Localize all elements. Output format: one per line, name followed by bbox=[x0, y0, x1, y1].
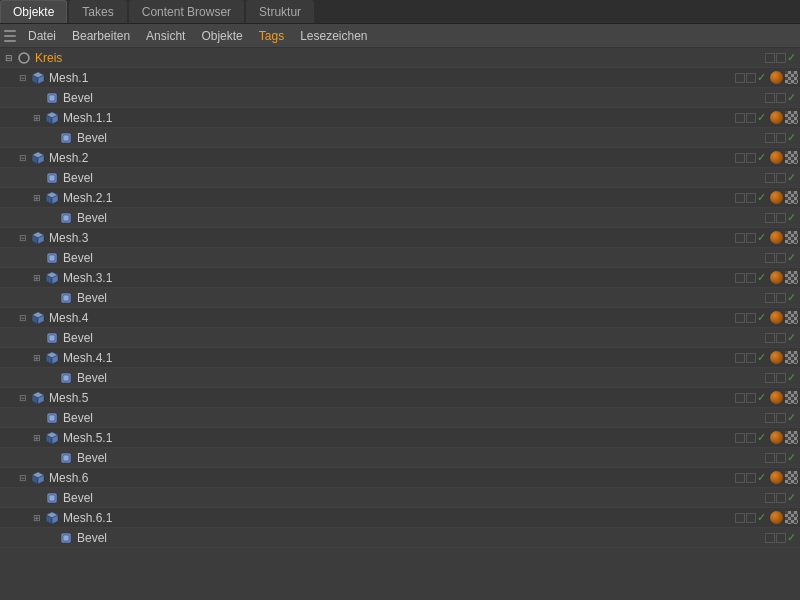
check-icon-1[interactable] bbox=[735, 193, 745, 203]
tree-row[interactable]: ⊞ Mesh.4.1✓ bbox=[0, 348, 800, 368]
check-icon-2[interactable] bbox=[746, 313, 756, 323]
menu-bearbeiten[interactable]: Bearbeiten bbox=[64, 26, 138, 46]
tab-objekte[interactable]: Objekte bbox=[0, 0, 67, 23]
tab-takes[interactable]: Takes bbox=[69, 0, 126, 23]
phong-tag-icon[interactable] bbox=[770, 431, 783, 444]
menu-tags[interactable]: Tags bbox=[251, 26, 292, 46]
check-icon-1[interactable] bbox=[735, 313, 745, 323]
check-icon-2[interactable] bbox=[746, 233, 756, 243]
check-icon-2[interactable] bbox=[746, 473, 756, 483]
texture-tag-icon[interactable] bbox=[785, 511, 798, 524]
check-icon-2[interactable] bbox=[776, 413, 786, 423]
expand-button[interactable]: ⊟ bbox=[2, 51, 16, 65]
check-icon-1[interactable] bbox=[765, 333, 775, 343]
check-icon-2[interactable] bbox=[776, 133, 786, 143]
texture-tag-icon[interactable] bbox=[785, 191, 798, 204]
tree-row[interactable]: ⊞ Mesh.6.1✓ bbox=[0, 508, 800, 528]
check-icon-1[interactable] bbox=[765, 493, 775, 503]
check-icon-2[interactable] bbox=[746, 433, 756, 443]
phong-tag-icon[interactable] bbox=[770, 71, 783, 84]
check-icon-2[interactable] bbox=[776, 293, 786, 303]
expand-button[interactable]: ⊞ bbox=[30, 271, 44, 285]
expand-button[interactable]: ⊞ bbox=[30, 351, 44, 365]
phong-tag-icon[interactable] bbox=[770, 391, 783, 404]
menu-ansicht[interactable]: Ansicht bbox=[138, 26, 193, 46]
expand-button[interactable]: ⊞ bbox=[30, 191, 44, 205]
check-icon-2[interactable] bbox=[776, 453, 786, 463]
expand-button[interactable] bbox=[44, 451, 58, 465]
expand-button[interactable]: ⊞ bbox=[30, 111, 44, 125]
tree-row[interactable]: Bevel✓ bbox=[0, 208, 800, 228]
expand-button[interactable]: ⊟ bbox=[16, 71, 30, 85]
check-icon-1[interactable] bbox=[735, 113, 745, 123]
tree-row[interactable]: ⊞ Mesh.2.1✓ bbox=[0, 188, 800, 208]
tree-row[interactable]: ⊟ Mesh.2✓ bbox=[0, 148, 800, 168]
check-icon-2[interactable] bbox=[776, 213, 786, 223]
check-icon-1[interactable] bbox=[765, 173, 775, 183]
expand-button[interactable] bbox=[44, 131, 58, 145]
phong-tag-icon[interactable] bbox=[770, 271, 783, 284]
texture-tag-icon[interactable] bbox=[785, 311, 798, 324]
phong-tag-icon[interactable] bbox=[770, 471, 783, 484]
check-icon-2[interactable] bbox=[746, 273, 756, 283]
check-icon-2[interactable] bbox=[776, 173, 786, 183]
texture-tag-icon[interactable] bbox=[785, 351, 798, 364]
check-icon-1[interactable] bbox=[735, 513, 745, 523]
check-icon-1[interactable] bbox=[735, 473, 745, 483]
check-icon-1[interactable] bbox=[735, 233, 745, 243]
tree-row[interactable]: ⊟ Mesh.3✓ bbox=[0, 228, 800, 248]
menu-datei[interactable]: Datei bbox=[20, 26, 64, 46]
check-icon-1[interactable] bbox=[765, 53, 775, 63]
expand-button[interactable]: ⊟ bbox=[16, 151, 30, 165]
expand-button[interactable]: ⊟ bbox=[16, 231, 30, 245]
check-icon-1[interactable] bbox=[765, 133, 775, 143]
tab-content-browser[interactable]: Content Browser bbox=[129, 0, 244, 23]
expand-button[interactable]: ⊟ bbox=[16, 311, 30, 325]
expand-button[interactable]: ⊟ bbox=[16, 391, 30, 405]
check-icon-2[interactable] bbox=[776, 373, 786, 383]
check-icon-1[interactable] bbox=[765, 373, 775, 383]
check-icon-2[interactable] bbox=[776, 253, 786, 263]
tree-row[interactable]: ⊟ Mesh.5✓ bbox=[0, 388, 800, 408]
tree-row[interactable]: Bevel✓ bbox=[0, 488, 800, 508]
menu-lesezeichen[interactable]: Lesezeichen bbox=[292, 26, 375, 46]
check-icon-2[interactable] bbox=[746, 513, 756, 523]
phong-tag-icon[interactable] bbox=[770, 191, 783, 204]
check-icon-2[interactable] bbox=[776, 333, 786, 343]
check-icon-1[interactable] bbox=[735, 433, 745, 443]
check-icon-2[interactable] bbox=[746, 353, 756, 363]
expand-button[interactable]: ⊟ bbox=[16, 471, 30, 485]
check-icon-2[interactable] bbox=[776, 533, 786, 543]
texture-tag-icon[interactable] bbox=[785, 471, 798, 484]
texture-tag-icon[interactable] bbox=[785, 231, 798, 244]
expand-button[interactable]: ⊞ bbox=[30, 431, 44, 445]
check-icon-2[interactable] bbox=[776, 93, 786, 103]
check-icon-1[interactable] bbox=[765, 93, 775, 103]
check-icon-1[interactable] bbox=[735, 273, 745, 283]
tree-row[interactable]: ⊟ Mesh.6✓ bbox=[0, 468, 800, 488]
expand-button[interactable] bbox=[30, 331, 44, 345]
check-icon-1[interactable] bbox=[765, 253, 775, 263]
check-icon-1[interactable] bbox=[735, 153, 745, 163]
phong-tag-icon[interactable] bbox=[770, 151, 783, 164]
check-icon-2[interactable] bbox=[746, 73, 756, 83]
expand-button[interactable] bbox=[30, 491, 44, 505]
tree-row[interactable]: ⊞ Mesh.3.1✓ bbox=[0, 268, 800, 288]
check-icon-2[interactable] bbox=[776, 53, 786, 63]
check-icon-1[interactable] bbox=[735, 353, 745, 363]
phong-tag-icon[interactable] bbox=[770, 111, 783, 124]
expand-button[interactable] bbox=[30, 171, 44, 185]
texture-tag-icon[interactable] bbox=[785, 111, 798, 124]
check-icon-1[interactable] bbox=[735, 73, 745, 83]
check-icon-1[interactable] bbox=[765, 213, 775, 223]
check-icon-1[interactable] bbox=[765, 413, 775, 423]
tree-row[interactable]: Bevel✓ bbox=[0, 408, 800, 428]
phong-tag-icon[interactable] bbox=[770, 311, 783, 324]
check-icon-2[interactable] bbox=[746, 153, 756, 163]
menu-objekte[interactable]: Objekte bbox=[193, 26, 250, 46]
tree-row[interactable]: Bevel✓ bbox=[0, 88, 800, 108]
expand-button[interactable] bbox=[44, 371, 58, 385]
expand-button[interactable] bbox=[30, 251, 44, 265]
tree-row[interactable]: Bevel✓ bbox=[0, 368, 800, 388]
tree-row[interactable]: Bevel✓ bbox=[0, 288, 800, 308]
